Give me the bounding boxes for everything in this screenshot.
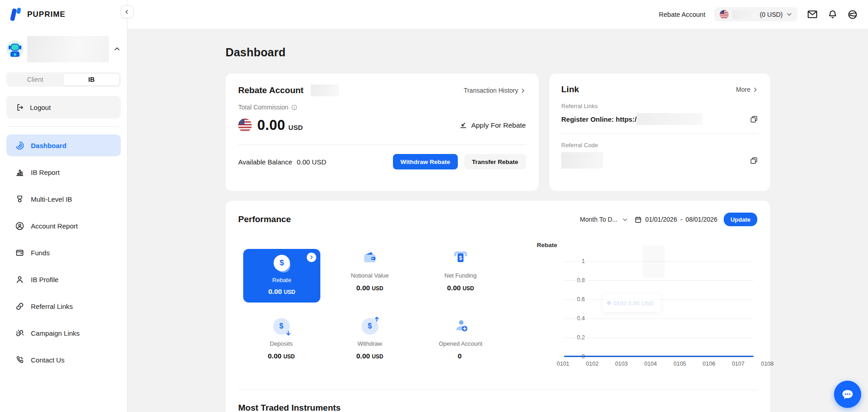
- mail-button[interactable]: [807, 9, 818, 20]
- chevron-up-icon[interactable]: [113, 45, 121, 53]
- gridline: [564, 280, 754, 281]
- link-card: Link More Referral Links Register Online…: [549, 74, 770, 191]
- link-card-title: Link: [561, 84, 579, 94]
- date-range-select[interactable]: Month To D...: [580, 216, 628, 223]
- account-selector[interactable]: (0 USD): [714, 7, 798, 21]
- x-tick: 0108: [761, 361, 774, 367]
- toggle-ib[interactable]: IB: [63, 73, 120, 86]
- referral-link-redacted: [637, 113, 702, 125]
- rebate-chart[interactable]: Rebate 1 0.8 0.6 0.4 0.2 0: [532, 242, 757, 378]
- rebate-series-line: [564, 356, 754, 357]
- performance-metrics: $ Rebate 0.00USD: [238, 242, 532, 378]
- available-balance-value: 0.00 USD: [297, 158, 326, 166]
- date-separator: -: [680, 216, 682, 223]
- info-icon[interactable]: [291, 104, 298, 111]
- metric-opened-account[interactable]: Opened Account 0: [415, 310, 506, 378]
- sidebar-nav: Dashboard IB Report Multi-Level IB Accou…: [6, 134, 121, 371]
- notifications-button[interactable]: [827, 9, 838, 20]
- referral-links-label: Referral Links: [561, 103, 758, 109]
- app-window: PUPRIME Client IB Logout: [0, 0, 868, 412]
- x-tick: 0104: [644, 361, 657, 367]
- metric-rebate-tile[interactable]: $ Rebate 0.00USD: [243, 249, 320, 303]
- metric-notional-value[interactable]: Notional Value 0.00USD: [324, 242, 415, 310]
- apply-for-rebate-link[interactable]: Apply For Rebate: [459, 121, 526, 129]
- x-tick: 0101: [557, 361, 569, 367]
- more-link[interactable]: More: [736, 86, 758, 93]
- transaction-history-link[interactable]: Transaction History: [464, 87, 526, 94]
- tooltip-ghost: 0102 0.00 USD: [603, 294, 661, 312]
- sidebar-item-ib-report[interactable]: IB Report: [6, 161, 121, 183]
- sidebar-item-dashboard[interactable]: Dashboard: [6, 134, 121, 156]
- metric-currency: USD: [372, 285, 383, 292]
- transfer-rebate-button[interactable]: Transfer Rebate: [464, 154, 526, 169]
- dollar-down-icon: $: [273, 317, 290, 335]
- language-button[interactable]: [847, 9, 858, 20]
- sidebar-item-referral-links[interactable]: Referral Links: [6, 295, 121, 317]
- transaction-history-label: Transaction History: [464, 87, 518, 94]
- more-label: More: [736, 86, 750, 93]
- available-balance-label: Available Balance: [238, 158, 292, 166]
- metric-value: 0.00: [447, 284, 461, 292]
- mail-icon: [807, 9, 818, 20]
- total-commission-currency: USD: [289, 120, 303, 131]
- sidebar: PUPRIME Client IB Logout: [0, 0, 128, 412]
- chevron-left-icon: [124, 9, 130, 15]
- copy-referral-code-button[interactable]: [750, 156, 758, 165]
- account-plus-icon: [452, 317, 469, 335]
- tooltip-ghost-text: 0102 0.00 USD: [613, 300, 654, 307]
- metric-label: Withdraw: [358, 340, 382, 347]
- svg-text:$: $: [459, 255, 462, 261]
- sidebar-item-label: IB Report: [31, 169, 59, 176]
- sidebar-item-multi-level-ib[interactable]: Multi-Level IB: [6, 188, 121, 210]
- toggle-client[interactable]: Client: [7, 73, 63, 86]
- topbar: Rebate Account (0 USD): [128, 0, 868, 29]
- account-switcher-label: Rebate Account: [659, 11, 705, 18]
- sidebar-item-ib-profile[interactable]: IB Profile: [6, 268, 121, 290]
- sidebar-item-label: Contact Us: [31, 356, 64, 364]
- update-button[interactable]: Update: [724, 213, 757, 226]
- metric-currency: USD: [284, 289, 295, 295]
- sidebar-item-account-report[interactable]: Account Report: [6, 215, 121, 237]
- performance-title: Performance: [238, 214, 291, 224]
- metric-deposits[interactable]: $ Deposits 0.00USD: [238, 310, 324, 378]
- phone-icon: [15, 355, 25, 365]
- x-tick: 0103: [615, 361, 628, 367]
- arrow-right-icon[interactable]: [307, 253, 316, 262]
- sidebar-item-label: Referral Links: [31, 303, 73, 310]
- user-name-redacted: [27, 36, 109, 62]
- sidebar-item-label: IB Profile: [31, 276, 59, 283]
- x-tick: 0107: [732, 361, 745, 367]
- chat-bubble-icon: [840, 387, 855, 402]
- content: Dashboard Rebate Account Transaction His…: [128, 29, 868, 412]
- atm-dollar-icon: $: [452, 249, 469, 267]
- rebate-account-card: Rebate Account Transaction History Total…: [226, 74, 539, 191]
- date-from: 01/01/2026: [645, 216, 677, 223]
- x-tick: 0105: [673, 361, 686, 367]
- apply-rebate-icon: [459, 121, 467, 129]
- brand-logo: PUPRIME: [6, 0, 121, 29]
- metric-net-funding[interactable]: $ Net Funding 0.00USD: [415, 242, 506, 310]
- referral-code-redacted: [561, 152, 603, 169]
- copy-referral-link-button[interactable]: [750, 115, 758, 124]
- withdraw-rebate-button[interactable]: Withdraw Rebate: [393, 154, 458, 169]
- sidebar-collapse-button[interactable]: [121, 5, 133, 18]
- wallet-money-icon: [362, 249, 378, 267]
- logout-button[interactable]: Logout: [6, 96, 121, 119]
- copy-icon: [750, 156, 758, 165]
- metric-currency: USD: [372, 353, 383, 360]
- metric-currency: USD: [462, 285, 474, 292]
- sidebar-item-campaign-links[interactable]: Campaign Links: [6, 322, 121, 344]
- sidebar-item-contact-us[interactable]: Contact Us: [6, 349, 121, 371]
- x-tick: 0102: [586, 361, 598, 367]
- date-range-picker[interactable]: 01/01/2026 - 08/01/2026: [634, 216, 717, 223]
- account-number-redacted: [732, 10, 756, 19]
- user-profile-row[interactable]: [6, 35, 121, 63]
- x-tick: 0106: [703, 361, 716, 367]
- live-chat-button[interactable]: [834, 381, 861, 408]
- sidebar-item-funds[interactable]: Funds: [6, 242, 121, 263]
- metric-withdraw[interactable]: $ Withdraw 0.00USD: [324, 310, 415, 378]
- total-commission-amount: 0.00: [257, 117, 285, 134]
- brand-name: PUPRIME: [27, 10, 65, 19]
- chart-plot-area: 1 0.8 0.6 0.4 0.2 0: [564, 261, 754, 357]
- sidebar-item-label: Multi-Level IB: [31, 195, 72, 203]
